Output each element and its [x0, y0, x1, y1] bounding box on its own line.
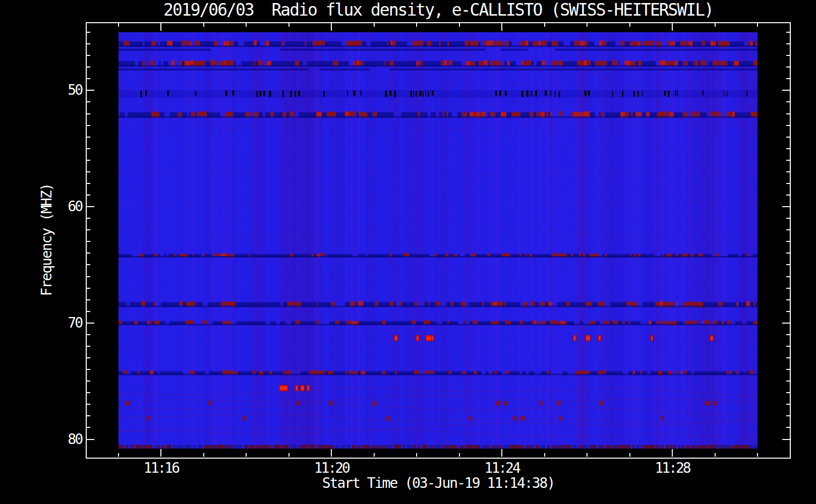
y-tick-label: 70	[36, 314, 82, 332]
y-axis-tick	[786, 392, 790, 393]
y-axis-tick	[786, 32, 790, 33]
y-axis-tick	[786, 381, 790, 382]
y-axis-tick	[786, 276, 790, 277]
y-axis-tick	[786, 334, 790, 335]
y-axis-tick	[786, 148, 790, 149]
y-axis-tick	[87, 288, 90, 289]
x-tick-label: 11:20	[294, 460, 369, 476]
y-axis-tick	[782, 439, 790, 440]
y-axis-tick	[87, 427, 90, 428]
y-axis-tick	[786, 113, 790, 114]
x-axis-tick	[288, 453, 289, 457]
y-axis-tick	[782, 206, 790, 207]
y-axis-tick	[87, 195, 90, 196]
x-axis-tick	[374, 453, 375, 457]
x-axis-tick	[160, 23, 161, 31]
y-axis-tick	[87, 415, 90, 416]
y-axis-tick	[786, 415, 790, 416]
y-axis-tick	[87, 67, 90, 68]
chart-title: 2019/06/03 Radio flux density, e-CALLIST…	[86, 0, 791, 20]
y-axis-tick	[87, 32, 90, 33]
y-axis-tick	[786, 241, 790, 242]
x-axis-tick	[331, 449, 332, 457]
x-axis-tick	[587, 23, 588, 27]
y-axis-tick	[87, 241, 90, 242]
x-tick-label: 11:28	[634, 460, 710, 476]
y-axis-tick	[786, 311, 790, 312]
y-axis-tick	[87, 357, 90, 358]
y-axis-tick	[782, 90, 790, 91]
x-axis-tick	[757, 23, 758, 27]
y-axis-tick	[786, 357, 790, 358]
y-axis-tick	[87, 160, 90, 161]
x-axis-tick	[416, 453, 417, 457]
y-axis-tick	[786, 299, 790, 300]
y-axis-tick	[786, 218, 790, 219]
x-axis-tick	[501, 449, 502, 457]
y-axis-tick	[87, 439, 94, 440]
y-axis-tick	[87, 276, 90, 277]
x-axis-tick	[715, 23, 716, 27]
y-axis-tick	[786, 229, 790, 230]
x-axis-tick	[374, 23, 375, 27]
x-axis-tick	[501, 23, 502, 31]
y-axis-tick	[786, 101, 790, 102]
y-axis-tick	[87, 113, 90, 114]
y-axis-tick	[87, 137, 90, 138]
y-axis-tick	[786, 160, 790, 161]
y-axis-tick	[87, 171, 90, 172]
y-axis-tick	[786, 253, 790, 254]
x-axis-tick	[118, 453, 119, 457]
y-axis-tick	[786, 125, 790, 126]
x-axis-tick	[587, 453, 588, 457]
y-axis-tick	[87, 125, 90, 126]
y-tick-label: 60	[36, 198, 82, 215]
y-axis-tick	[87, 392, 90, 393]
x-axis-tick	[544, 23, 545, 27]
y-axis-tick	[87, 311, 90, 312]
x-axis-tick	[672, 449, 673, 457]
y-axis-tick	[87, 183, 90, 184]
spectrogram-image	[119, 32, 757, 449]
y-axis-tick	[87, 346, 90, 347]
y-axis-tick	[782, 323, 790, 324]
y-axis-tick	[786, 78, 790, 79]
y-axis-tick	[87, 218, 90, 219]
y-axis-tick	[786, 264, 790, 265]
x-axis-tick	[757, 453, 758, 457]
x-axis-tick	[459, 23, 460, 27]
x-axis-tick	[629, 453, 630, 457]
y-axis-tick	[786, 195, 790, 196]
y-axis-tick	[786, 137, 790, 138]
y-axis-tick	[87, 101, 90, 102]
spectrogram-screen: 2019/06/03 Radio flux density, e-CALLIST…	[0, 0, 816, 504]
x-axis-tick	[416, 23, 417, 27]
y-axis-tick	[87, 206, 94, 207]
y-axis-tick	[786, 183, 790, 184]
x-axis-tick	[459, 453, 460, 457]
y-axis-tick	[87, 299, 90, 300]
x-axis-tick	[288, 23, 289, 27]
x-tick-label: 11:24	[464, 460, 540, 476]
y-axis-tick	[786, 55, 790, 56]
x-axis-tick	[544, 453, 545, 457]
x-axis-tick	[203, 453, 204, 457]
y-axis-tick	[87, 369, 90, 370]
x-axis-tick	[160, 449, 161, 457]
y-axis-tick	[87, 229, 90, 230]
y-tick-label: 50	[36, 82, 82, 99]
y-axis-tick	[786, 171, 790, 172]
y-axis-tick	[87, 78, 90, 79]
y-axis-tick	[87, 148, 90, 149]
y-axis-tick	[786, 67, 790, 68]
y-axis-tick	[786, 427, 790, 428]
y-axis-tick	[786, 288, 790, 289]
y-axis-tick	[786, 369, 790, 370]
y-axis-tick	[87, 55, 90, 56]
y-axis-tick	[87, 43, 90, 44]
y-axis-tick	[87, 334, 90, 335]
y-axis-tick	[786, 346, 790, 347]
x-axis-tick	[672, 23, 673, 31]
y-axis-tick	[87, 264, 90, 265]
x-axis-tick	[331, 23, 332, 31]
